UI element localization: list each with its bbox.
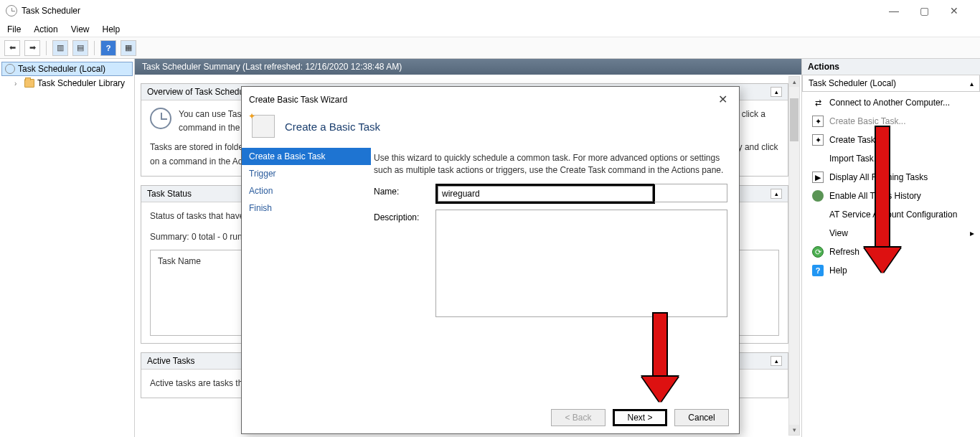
create-basic-task-wizard: Create Basic Task Wizard ✕ Create a Basi… <box>241 86 740 434</box>
taskname-header: Task Name <box>158 256 201 266</box>
connect-icon: ⇄ <box>812 97 824 108</box>
action-create-task-label: Create Task... <box>829 135 882 145</box>
name-highlight <box>435 184 655 204</box>
close-button[interactable]: ✕ <box>946 5 963 17</box>
center-scrollbar[interactable]: ▴ ▾ <box>788 76 800 436</box>
tree-library-label: Task Scheduler Library <box>37 78 125 88</box>
action-create-basic-label: Create Basic Task... <box>829 116 906 126</box>
properties-button[interactable]: ▦ <box>121 40 136 56</box>
show-hide-tree-button[interactable]: ▥ <box>52 40 68 56</box>
expand-icon[interactable]: › <box>14 80 22 88</box>
action-at-service[interactable]: AT Service Account Configuration <box>802 205 980 224</box>
tree-library[interactable]: › Task Scheduler Library <box>1 76 133 90</box>
tree-pane: Task Scheduler (Local) › Task Scheduler … <box>0 59 135 437</box>
enable-history-icon <box>812 190 824 202</box>
wizard-close-button[interactable]: ✕ <box>714 93 732 106</box>
wizard-heading: Create a Basic Task <box>285 121 380 133</box>
submenu-arrow-icon: ▸ <box>970 228 974 238</box>
description-label: Description: <box>374 210 435 222</box>
running-tasks-icon: ▶ <box>812 171 824 183</box>
maximize-button[interactable]: ▢ <box>915 5 933 17</box>
action-view[interactable]: View ▸ <box>802 224 980 243</box>
action-enable-history[interactable]: Enable All Tasks History <box>802 187 980 205</box>
menu-file[interactable]: File <box>7 24 21 34</box>
next-button[interactable]: Next > <box>613 409 667 426</box>
collapse-icon[interactable]: ▴ <box>771 356 782 366</box>
collapse-icon[interactable]: ▴ <box>771 87 782 97</box>
minimize-button[interactable]: — <box>885 5 903 17</box>
action-help[interactable]: ? Help <box>802 261 980 280</box>
action-enable-history-label: Enable All Tasks History <box>829 191 921 201</box>
cancel-button[interactable]: Cancel <box>674 409 729 426</box>
wizard-icon <box>252 115 275 138</box>
wizard-title: Create Basic Task Wizard <box>249 95 347 105</box>
action-refresh[interactable]: ⟳ Refresh <box>802 243 980 261</box>
create-basic-task-icon: ✦ <box>812 116 824 127</box>
wizard-nav: Create a Basic Task Trigger Action Finis… <box>242 148 371 417</box>
action-view-label: View <box>829 228 848 238</box>
action-create-basic-task[interactable]: ✦ Create Basic Task... <box>802 112 980 131</box>
menu-bar: File Action View Help <box>0 22 980 37</box>
tree-root[interactable]: Task Scheduler (Local) <box>1 62 133 76</box>
toolbar-separator <box>94 41 95 55</box>
action-connect[interactable]: ⇄ Connect to Another Computer... <box>802 93 980 112</box>
action-import-task[interactable]: Import Task... <box>802 149 980 168</box>
window-controls: — ▢ ✕ <box>885 5 974 17</box>
app-icon <box>6 5 17 17</box>
create-task-icon: ✦ <box>812 134 824 146</box>
refresh-icon: ⟳ <box>812 246 824 258</box>
actions-subtitle[interactable]: Task Scheduler (Local) ▴ <box>802 75 980 92</box>
overview-title: Overview of Task Scheduler <box>147 87 254 97</box>
clock-icon <box>150 108 171 129</box>
action-display-running-label: Display All Running Tasks <box>829 172 928 182</box>
action-at-service-label: AT Service Account Configuration <box>829 210 957 220</box>
toolbar-separator <box>46 41 47 55</box>
tree-root-label: Task Scheduler (Local) <box>18 64 105 74</box>
description-input[interactable] <box>435 210 727 317</box>
back-button[interactable]: ⬅ <box>4 40 20 56</box>
back-button: < Back <box>551 409 606 426</box>
action-create-task[interactable]: ✦ Create Task... <box>802 131 980 149</box>
menu-action[interactable]: Action <box>34 24 57 34</box>
import-icon <box>812 153 824 164</box>
show-hide-action-button[interactable]: ▤ <box>72 40 88 56</box>
name-label: Name: <box>374 184 435 197</box>
wizard-intro: Use this wizard to quickly schedule a co… <box>374 152 727 177</box>
collapse-icon[interactable]: ▴ <box>771 189 782 199</box>
window-titlebar: Task Scheduler — ▢ ✕ <box>0 0 980 22</box>
menu-help[interactable]: Help <box>103 24 121 34</box>
wizard-step-action[interactable]: Action <box>242 182 371 199</box>
menu-view[interactable]: View <box>71 24 90 34</box>
action-display-running[interactable]: ▶ Display All Running Tasks <box>802 168 980 187</box>
help-icon: ? <box>812 265 824 276</box>
actions-subtitle-label: Task Scheduler (Local) <box>809 78 896 88</box>
at-service-icon <box>812 209 824 220</box>
summary-header: Task Scheduler Summary (Last refreshed: … <box>135 59 801 75</box>
collapse-icon: ▴ <box>970 80 974 88</box>
view-icon <box>812 227 824 239</box>
active-tasks-title: Active Tasks <box>147 356 194 366</box>
scheduler-icon <box>5 64 15 74</box>
name-input[interactable] <box>438 186 653 202</box>
folder-icon <box>24 79 34 88</box>
action-connect-label: Connect to Another Computer... <box>829 98 950 108</box>
action-refresh-label: Refresh <box>829 247 859 257</box>
action-import-label: Import Task... <box>829 154 881 164</box>
action-help-label: Help <box>829 266 847 276</box>
help-button[interactable]: ? <box>100 40 116 56</box>
task-status-title: Task Status <box>147 189 192 199</box>
actions-title: Actions <box>802 59 980 75</box>
wizard-step-trigger[interactable]: Trigger <box>242 165 371 182</box>
forward-button[interactable]: ➡ <box>24 40 40 56</box>
toolbar: ⬅ ➡ ▥ ▤ ? ▦ <box>0 37 980 59</box>
actions-pane: Actions Task Scheduler (Local) ▴ ⇄ Conne… <box>802 59 980 437</box>
wizard-step-finish[interactable]: Finish <box>242 199 371 217</box>
wizard-step-basic[interactable]: Create a Basic Task <box>242 148 371 165</box>
window-title: Task Scheduler <box>22 6 885 16</box>
